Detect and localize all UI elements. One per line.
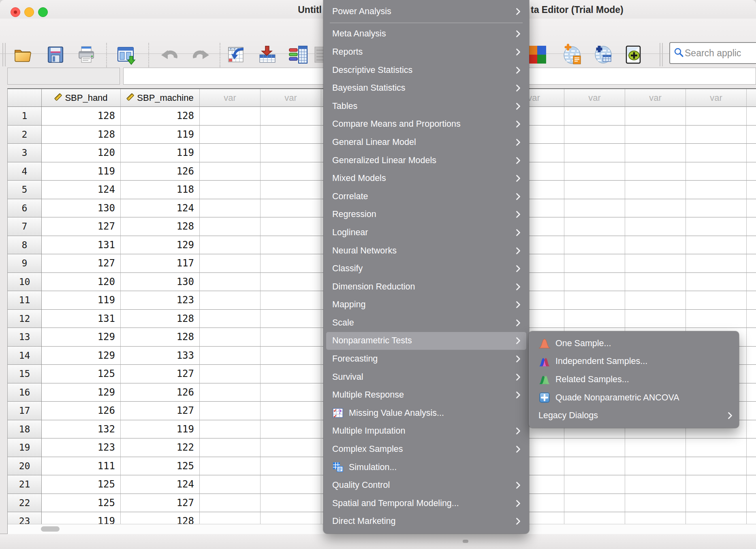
data-cell-sbp-machine[interactable]: 127 bbox=[121, 365, 200, 383]
empty-cell[interactable] bbox=[200, 236, 261, 255]
data-cell-sbp-hand[interactable]: 125 bbox=[42, 365, 121, 383]
empty-cell[interactable] bbox=[200, 438, 261, 457]
empty-cell[interactable] bbox=[747, 254, 756, 273]
empty-cell[interactable] bbox=[686, 217, 747, 236]
empty-cell[interactable] bbox=[200, 162, 261, 181]
data-cell-sbp-hand[interactable]: 131 bbox=[42, 236, 121, 255]
row-number-cell[interactable]: 14 bbox=[8, 347, 42, 365]
menu-item-compare-means-and-proportions[interactable]: Compare Means and Proportions bbox=[326, 115, 526, 134]
empty-cell[interactable] bbox=[747, 162, 756, 181]
empty-cell[interactable] bbox=[747, 494, 756, 513]
data-cell-sbp-hand[interactable]: 120 bbox=[42, 273, 121, 292]
data-cell-sbp-hand[interactable]: 127 bbox=[42, 254, 121, 273]
empty-cell[interactable] bbox=[200, 494, 261, 513]
empty-cell[interactable] bbox=[686, 181, 747, 199]
data-cell-sbp-machine[interactable]: 119 bbox=[121, 420, 200, 439]
empty-cell[interactable] bbox=[686, 291, 747, 310]
data-cell-sbp-hand[interactable]: 131 bbox=[42, 310, 121, 328]
empty-cell[interactable] bbox=[261, 494, 321, 513]
empty-cell[interactable] bbox=[625, 236, 686, 255]
empty-cell[interactable] bbox=[747, 181, 756, 199]
empty-cell[interactable] bbox=[261, 162, 321, 181]
data-cell-sbp-machine[interactable]: 127 bbox=[121, 402, 200, 420]
close-button[interactable] bbox=[11, 7, 20, 17]
empty-cell[interactable] bbox=[564, 199, 625, 218]
data-cell-sbp-machine[interactable]: 128 bbox=[121, 217, 200, 236]
menu-item-missing-value-analysis[interactable]: ?Missing Value Analysis... bbox=[326, 404, 526, 422]
data-cell-sbp-machine[interactable]: 124 bbox=[121, 199, 200, 218]
column-header-var[interactable]: var bbox=[564, 89, 625, 107]
data-cell-sbp-machine[interactable]: 119 bbox=[121, 126, 200, 144]
empty-cell[interactable] bbox=[686, 144, 747, 162]
data-cell-sbp-machine[interactable]: 122 bbox=[121, 438, 200, 457]
empty-cell[interactable] bbox=[625, 438, 686, 457]
data-cell-sbp-hand[interactable]: 111 bbox=[42, 457, 121, 476]
empty-cell[interactable] bbox=[200, 402, 261, 420]
empty-cell[interactable] bbox=[625, 107, 686, 126]
redo-button[interactable] bbox=[190, 44, 211, 66]
empty-cell[interactable] bbox=[261, 457, 321, 476]
menu-item-quality-control[interactable]: Quality Control bbox=[326, 476, 526, 494]
empty-cell[interactable] bbox=[747, 273, 756, 292]
data-cell-sbp-hand[interactable]: 132 bbox=[42, 420, 121, 439]
empty-cell[interactable] bbox=[261, 383, 321, 402]
data-cell-sbp-hand[interactable]: 129 bbox=[42, 383, 121, 402]
data-cell-sbp-machine[interactable]: 127 bbox=[121, 494, 200, 513]
row-number-cell[interactable]: 20 bbox=[8, 457, 42, 476]
data-cell-sbp-machine[interactable]: 119 bbox=[121, 144, 200, 162]
row-number-cell[interactable]: 8 bbox=[8, 236, 42, 255]
search-field[interactable] bbox=[669, 42, 756, 64]
submenu-item-related-samples[interactable]: Related Samples... bbox=[529, 370, 739, 389]
data-cell-sbp-machine[interactable]: 128 bbox=[121, 310, 200, 328]
empty-cell[interactable] bbox=[686, 254, 747, 273]
menu-item-mapping[interactable]: Mapping bbox=[326, 296, 526, 314]
empty-cell[interactable] bbox=[564, 236, 625, 255]
empty-cell[interactable] bbox=[200, 310, 261, 328]
go-to-case-button[interactable] bbox=[226, 44, 248, 66]
empty-cell[interactable] bbox=[200, 347, 261, 365]
empty-cell[interactable] bbox=[747, 420, 756, 439]
menu-item-generalized-linear-models[interactable]: Generalized Linear Models bbox=[326, 151, 526, 170]
empty-cell[interactable] bbox=[625, 475, 686, 494]
empty-cell[interactable] bbox=[747, 457, 756, 476]
data-cell-sbp-machine[interactable]: 130 bbox=[121, 273, 200, 292]
empty-cell[interactable] bbox=[747, 365, 756, 383]
data-cell-sbp-hand[interactable]: 125 bbox=[42, 494, 121, 513]
empty-cell[interactable] bbox=[261, 310, 321, 328]
data-cell-sbp-hand[interactable]: 127 bbox=[42, 217, 121, 236]
save-file-button[interactable] bbox=[45, 44, 66, 66]
select-cases-button[interactable] bbox=[592, 44, 614, 66]
empty-cell[interactable] bbox=[200, 254, 261, 273]
empty-cell[interactable] bbox=[261, 475, 321, 494]
menu-item-scale[interactable]: Scale bbox=[326, 314, 526, 332]
menu-item-meta-analysis[interactable]: Meta Analysis bbox=[326, 25, 526, 43]
menu-item-bayesian-statistics[interactable]: Bayesian Statistics bbox=[326, 79, 526, 97]
menu-item-descriptive-statistics[interactable]: Descriptive Statistics bbox=[326, 61, 526, 79]
minimize-button[interactable] bbox=[24, 7, 34, 17]
empty-cell[interactable] bbox=[564, 217, 625, 236]
grid-corner-cell[interactable] bbox=[8, 89, 42, 107]
empty-cell[interactable] bbox=[686, 107, 747, 126]
print-button[interactable] bbox=[75, 44, 97, 66]
empty-cell[interactable] bbox=[261, 236, 321, 255]
column-header-sbp-machine[interactable]: SBP_machine bbox=[121, 89, 200, 107]
data-cell-sbp-hand[interactable]: 120 bbox=[42, 144, 121, 162]
undo-button[interactable] bbox=[159, 44, 181, 66]
splitter-handle[interactable] bbox=[463, 540, 468, 543]
empty-cell[interactable] bbox=[747, 383, 756, 402]
empty-cell[interactable] bbox=[200, 365, 261, 383]
empty-cell[interactable] bbox=[625, 291, 686, 310]
empty-cell[interactable] bbox=[261, 217, 321, 236]
empty-cell[interactable] bbox=[564, 310, 625, 328]
search-input[interactable] bbox=[684, 47, 756, 59]
data-cell-sbp-machine[interactable]: 126 bbox=[121, 162, 200, 181]
empty-cell[interactable] bbox=[564, 144, 625, 162]
empty-cell[interactable] bbox=[686, 236, 747, 255]
empty-cell[interactable] bbox=[747, 347, 756, 365]
data-cell-sbp-hand[interactable]: 124 bbox=[42, 181, 121, 199]
empty-cell[interactable] bbox=[200, 181, 261, 199]
data-cell-sbp-machine[interactable]: 133 bbox=[121, 347, 200, 365]
data-cell-sbp-machine[interactable]: 117 bbox=[121, 254, 200, 273]
empty-cell[interactable] bbox=[261, 181, 321, 199]
row-number-cell[interactable]: 1 bbox=[8, 107, 42, 126]
